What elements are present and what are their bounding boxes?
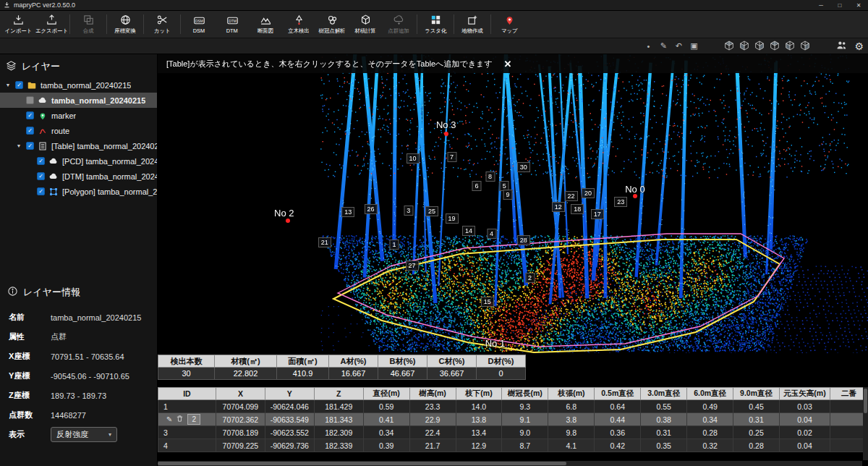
toolbar-button-export[interactable]: エクスポート [35, 11, 68, 38]
toolbar-button-map[interactable]: マップ [493, 11, 526, 38]
tree-number-tag[interactable]: 13 [341, 207, 354, 217]
delete-trash-icon[interactable] [176, 415, 184, 424]
view-cube-icon-4[interactable] [769, 40, 782, 53]
3d-viewport[interactable]: 1073086522202313263251912181794142112827… [158, 54, 868, 353]
tree-number-tag[interactable]: 6 [472, 181, 481, 191]
summary-header-cell: C材(%) [427, 355, 477, 368]
view-cube-icon-3[interactable] [754, 40, 767, 53]
summary-header-cell: 検出本数 [158, 355, 215, 368]
horizontal-scrollbar[interactable] [158, 461, 862, 466]
tree-number-tag[interactable]: 21 [318, 237, 331, 247]
tree-number-tag[interactable]: 1 [389, 240, 399, 250]
layer-visibility-checkbox[interactable]: ✓ [26, 127, 34, 135]
tree-number-tag[interactable]: 10 [407, 153, 420, 164]
scrollbar-thumb[interactable] [864, 389, 867, 413]
tree-number-tag[interactable]: 27 [406, 260, 419, 271]
scrollbar-thumb[interactable] [158, 462, 566, 465]
layer-item[interactable]: ✓marker [0, 108, 157, 123]
expand-caret-icon[interactable]: ▼ [4, 82, 12, 88]
toolbar-button-tree-detect[interactable]: 立木検出 [282, 11, 315, 38]
view-cube-icon-5[interactable] [784, 40, 797, 53]
tree-number-tag[interactable]: 26 [365, 204, 378, 214]
display-mode-dropdown[interactable]: 反射強度▾ [51, 427, 117, 442]
cloud-icon [48, 171, 59, 182]
point-tool-icon[interactable]: • [642, 42, 655, 51]
tree-number-tag[interactable]: 14 [462, 226, 475, 236]
layer-item[interactable]: ✓[DTM] tamba_normal_20240 [0, 169, 157, 184]
table-row[interactable]: 370708.189-90623.552182.3090.3422.413.49… [158, 426, 868, 439]
save-icon[interactable]: ▣ [687, 41, 700, 51]
undo-icon[interactable]: ↶ [672, 41, 685, 51]
minimize-button[interactable]: ─ [812, 0, 830, 10]
edit-pencil-icon[interactable]: ✎ [166, 415, 172, 423]
tree-number-tag[interactable]: 7 [447, 152, 456, 162]
toolbar-button-crown-analysis[interactable]: 樹冠点解析 [315, 11, 349, 38]
layer-visibility-checkbox[interactable]: ✓ [26, 142, 34, 150]
tree-number-tag[interactable]: 19 [446, 213, 459, 224]
maximize-button[interactable]: □ [830, 0, 849, 10]
toolbar-separator [417, 14, 417, 34]
toolbar-button-transform[interactable]: 座標変換 [109, 11, 142, 38]
layer-item[interactable]: ✓[Polygon] tamba_normal_20 [0, 184, 157, 199]
toolbar-button-label: 点群追加 [388, 27, 409, 34]
data-cell: 22.9 [409, 413, 456, 426]
toolbar-button-compose[interactable]: 合成 [72, 11, 105, 38]
tree-number-tag[interactable]: 3 [404, 206, 413, 216]
tree-number-tag[interactable]: 17 [591, 209, 604, 219]
table-row[interactable]: 170704.099-90624.046181.4290.5923.314.09… [158, 400, 868, 413]
toolbar-button-section[interactable]: 断面図 [249, 11, 282, 38]
tree-number-tag[interactable]: 18 [571, 204, 584, 214]
toolbar-button-volume-calc[interactable]: 材積計算 [349, 11, 382, 38]
toolbar-button-create-feature[interactable]: 地物作成 [456, 11, 489, 38]
vertical-scrollbar[interactable] [863, 387, 868, 460]
layer-visibility-checkbox[interactable]: ✓ [37, 172, 45, 180]
tree-number-tag[interactable]: 15 [481, 297, 494, 307]
tree-number-tag[interactable]: 30 [517, 162, 530, 172]
layer-item[interactable]: ✓route [0, 123, 157, 138]
layer-item[interactable]: ▼✓[Table] tamba_normal_2024021 [0, 138, 157, 153]
tree-number-tag[interactable]: 23 [614, 197, 627, 207]
info-field-value: -90545.06 - -90710.65 [51, 372, 129, 381]
pen-tool-icon[interactable]: ✎ [657, 41, 670, 51]
close-button[interactable]: ✕ [849, 0, 868, 10]
toolbar-button-label: DSM [193, 27, 205, 33]
toolbar-button-rasterize[interactable]: ラスタ化 [419, 11, 452, 38]
layer-visibility-checkbox[interactable]: ✓ [26, 111, 34, 119]
view-cube-icon-2[interactable] [739, 40, 752, 53]
tree-number-tag[interactable]: 2 [525, 273, 535, 283]
layer-info-panel: レイヤー情報 名前tamba_normal_20240215属性点群X座標707… [0, 280, 157, 444]
gear-icon[interactable]: ⚙ [854, 41, 864, 52]
tree-number-tag[interactable]: 20 [582, 188, 595, 198]
view-cube-icon-1[interactable] [723, 40, 736, 53]
layer-visibility-checkbox[interactable]: ✓ [37, 157, 45, 165]
data-cell: 13.8 [456, 413, 502, 426]
layer-visibility-checkbox[interactable]: ✓ [37, 187, 45, 195]
tree-number-tag[interactable]: 22 [565, 191, 578, 201]
data-cell [830, 400, 867, 413]
layer-visibility-checkbox[interactable]: ✓ [15, 81, 23, 89]
layer-item[interactable]: tamba_normal_20240215 [0, 93, 157, 108]
data-cell: 0.39 [363, 439, 409, 452]
toolbar-button-dsm[interactable]: DSMDSM [182, 11, 216, 38]
tree-number-tag[interactable]: 9 [503, 190, 513, 200]
hint-close-icon[interactable]: ✕ [503, 59, 511, 69]
tree-number-tag[interactable]: 12 [552, 202, 565, 212]
toolbar-button-cut[interactable]: カット [145, 11, 179, 38]
tree-number-tag[interactable]: 28 [517, 235, 530, 245]
expand-caret-icon[interactable]: ▼ [15, 143, 22, 148]
users-icon[interactable] [835, 39, 848, 53]
tree-data-table: IDXYZ直径(m)樹高(m)枝下(m)樹冠長(m)枝張(m)0.5m直径3.0… [158, 387, 868, 466]
toolbar-button-label: DTM [226, 27, 238, 33]
layer-item[interactable]: ▼✓tamba_normal_20240215 [0, 77, 157, 93]
toolbar-button-import[interactable]: インポート [1, 11, 35, 38]
tree-number-tag[interactable]: 4 [487, 229, 496, 239]
tree-number-tag[interactable]: 25 [425, 206, 438, 216]
toolbar-button-dtm[interactable]: DTMDTM [216, 11, 249, 38]
layer-visibility-checkbox[interactable] [26, 96, 34, 104]
table-row[interactable]: 470709.225-90629.736182.3390.3921.712.98… [158, 439, 868, 452]
tree-number-tag[interactable]: 8 [485, 171, 495, 182]
view-cube-icon-6[interactable] [799, 40, 812, 53]
table-row[interactable]: ✎270702.362-90633.549181.3430.4122.913.8… [158, 413, 868, 426]
toolbar-button-add-points[interactable]: 点群追加 [382, 11, 415, 38]
layer-item[interactable]: ✓[PCD] tamba_normal_202402 [0, 153, 157, 169]
